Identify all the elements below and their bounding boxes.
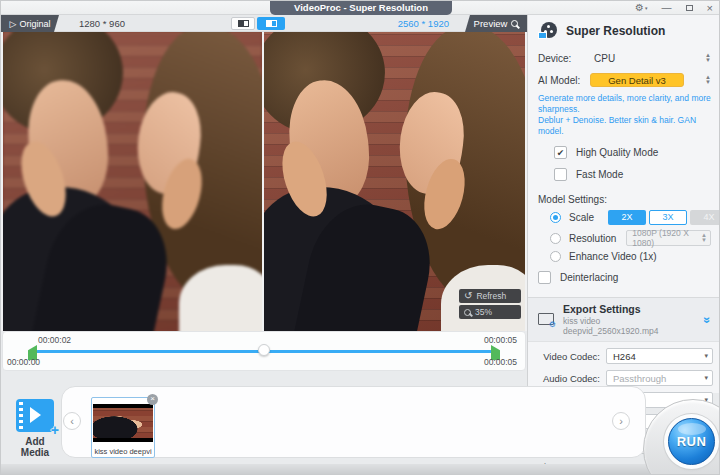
enhanced-preview-image bbox=[264, 32, 525, 331]
preview-button[interactable]: Preview bbox=[465, 15, 527, 32]
resolution-dropdown[interactable]: 1080P (1920 X 1080) ▲▼ bbox=[626, 230, 711, 246]
media-scroll-left-button[interactable]: ‹ bbox=[63, 412, 81, 430]
export-settings-header[interactable]: Export Settings kiss video deepvid_2560x… bbox=[528, 297, 720, 342]
window-controls: ⚙▾ — × bbox=[635, 1, 713, 15]
app-window: VideoProc - Super Resolution ⚙▾ — × ▷ Or… bbox=[0, 0, 720, 475]
chevron-down-icon: ▾ bbox=[645, 1, 648, 15]
plus-icon: + bbox=[51, 422, 59, 438]
clip-start-time: 00:00:00 bbox=[7, 357, 40, 367]
model-description-line2: Deblur + Denoise. Better skin & hair. GA… bbox=[538, 115, 711, 137]
magnifier-icon bbox=[511, 20, 518, 27]
resolution-value: 1080P (1920 X 1080) bbox=[632, 228, 701, 248]
source-resolution: 1280 * 960 bbox=[79, 15, 125, 32]
playhead-handle[interactable] bbox=[258, 344, 270, 356]
scale-options: 2X 3X 4X bbox=[608, 210, 720, 225]
ai-model-label: AI Model: bbox=[538, 75, 586, 86]
spin-down-icon: ▼ bbox=[705, 58, 711, 63]
high-quality-checkbox[interactable]: ✔ bbox=[554, 146, 567, 159]
output-resolution: 2560 * 1920 bbox=[398, 15, 449, 32]
model-description: Generate more details, more clarity, and… bbox=[538, 93, 711, 137]
close-icon: × bbox=[707, 2, 713, 14]
refresh-label: Refresh bbox=[476, 291, 506, 301]
thumbnail-close-button[interactable]: × bbox=[147, 394, 158, 405]
fast-mode-checkbox[interactable] bbox=[554, 168, 567, 181]
settings-menu-button[interactable]: ⚙▾ bbox=[635, 1, 647, 15]
close-button[interactable]: × bbox=[707, 1, 713, 15]
maximize-button[interactable] bbox=[686, 1, 693, 15]
refresh-button[interactable]: ↺ Refresh bbox=[459, 289, 521, 303]
model-description-line1: Generate more details, more clarity, and… bbox=[538, 93, 711, 115]
minimize-button[interactable]: — bbox=[662, 1, 672, 15]
maximize-icon bbox=[686, 5, 693, 11]
original-tab[interactable]: ▷ Original bbox=[1, 15, 59, 32]
scale-2x-button[interactable]: 2X bbox=[608, 210, 646, 225]
ai-model-value[interactable]: Gen Detail v3 bbox=[590, 73, 684, 87]
window-title: VideoProc - Super Resolution bbox=[270, 1, 452, 15]
ai-model-dropdown[interactable]: ▲▼ bbox=[705, 75, 711, 85]
dropdown-arrow-icon: ▾ bbox=[704, 374, 708, 382]
enhanced-preview-pane: ↺ Refresh 35% bbox=[264, 32, 525, 331]
add-media-button[interactable]: + Add Media bbox=[13, 399, 57, 458]
scale-radio[interactable] bbox=[550, 212, 561, 223]
expand-chevron-icon[interactable]: » bbox=[703, 316, 713, 323]
close-icon: × bbox=[150, 394, 155, 403]
dropdown-arrow-icon: ▾ bbox=[704, 352, 708, 360]
enhance-label: Enhance Video (1x) bbox=[569, 251, 657, 262]
chevron-right-icon: › bbox=[619, 415, 623, 427]
audio-codec-select[interactable]: Passthrough ▾ bbox=[606, 370, 713, 386]
title-bar: VideoProc - Super Resolution ⚙▾ — × bbox=[1, 1, 720, 15]
split-view-icon bbox=[266, 20, 277, 27]
zoom-level-value: 35% bbox=[475, 307, 492, 317]
single-view-button[interactable] bbox=[231, 17, 255, 30]
scale-label: Scale bbox=[569, 212, 594, 223]
export-filename: kiss video deepvid_2560x1920.mp4 bbox=[563, 316, 696, 336]
device-label: Device: bbox=[538, 53, 586, 64]
scale-4x-button[interactable]: 4X bbox=[690, 210, 720, 225]
preview-toolbar: ▷ Original 1280 * 960 2560 * 1920 Previe… bbox=[1, 15, 527, 32]
export-settings-icon bbox=[538, 313, 555, 327]
audio-codec-label: Audio Codec: bbox=[536, 373, 600, 384]
check-icon: ✔ bbox=[557, 148, 565, 158]
trim-start-time: 00:00:02 bbox=[38, 335, 71, 345]
resolution-radio[interactable] bbox=[550, 233, 561, 244]
resolution-row: Resolution 1080P (1920 X 1080) ▲▼ bbox=[550, 230, 711, 246]
zoom-level-button[interactable]: 35% bbox=[459, 305, 521, 319]
media-scroll-right-button[interactable]: › bbox=[612, 412, 630, 430]
trim-end-time: 00:00:05 bbox=[484, 335, 517, 345]
original-preview-image bbox=[3, 32, 262, 331]
view-mode-toggles bbox=[231, 17, 285, 30]
ai-model-row: AI Model: Gen Detail v3 ▲▼ bbox=[538, 71, 711, 89]
high-quality-row: ✔ High Quality Mode bbox=[554, 146, 711, 159]
preview-button-label: Preview bbox=[474, 18, 508, 29]
run-button[interactable]: RUN bbox=[668, 418, 715, 465]
audio-codec-value: Passthrough bbox=[613, 373, 666, 384]
chevron-left-icon: ‹ bbox=[70, 415, 74, 427]
panel-header: Super Resolution bbox=[528, 15, 720, 45]
original-preview-pane bbox=[3, 32, 262, 331]
spin-down-icon: ▼ bbox=[705, 80, 711, 85]
media-thumbnail[interactable]: kiss video deepvi × bbox=[91, 397, 155, 458]
high-quality-label: High Quality Mode bbox=[576, 147, 658, 158]
clip-end-time: 00:00:05 bbox=[484, 357, 517, 367]
device-dropdown[interactable]: ▲▼ bbox=[705, 53, 711, 63]
device-row: Device: CPU ▲▼ bbox=[538, 49, 711, 67]
window-bottom-edge bbox=[1, 464, 720, 475]
deinterlacing-label: Deinterlacing bbox=[560, 272, 618, 283]
resolution-spinner-icon: ▲▼ bbox=[701, 233, 707, 243]
preview-area: ↺ Refresh 35% bbox=[1, 32, 527, 331]
deinterlacing-checkbox[interactable] bbox=[538, 271, 551, 284]
split-view-button[interactable] bbox=[257, 17, 285, 30]
scale-3x-button[interactable]: 3X bbox=[649, 210, 687, 225]
device-value: CPU bbox=[594, 53, 615, 64]
enhance-row: Enhance Video (1x) bbox=[550, 251, 711, 262]
export-settings-title: Export Settings bbox=[563, 303, 696, 316]
video-codec-label: Video Codec: bbox=[536, 351, 600, 362]
single-view-icon bbox=[238, 20, 249, 27]
add-media-icon: + bbox=[16, 399, 54, 432]
gear-icon: ⚙ bbox=[635, 1, 644, 15]
enhance-radio[interactable] bbox=[550, 251, 561, 262]
run-button-label: RUN bbox=[677, 434, 707, 449]
video-codec-select[interactable]: H264 ▾ bbox=[606, 348, 713, 364]
audio-codec-row: Audio Codec: Passthrough ▾ bbox=[536, 370, 713, 386]
deinterlacing-row: Deinterlacing bbox=[538, 271, 711, 284]
